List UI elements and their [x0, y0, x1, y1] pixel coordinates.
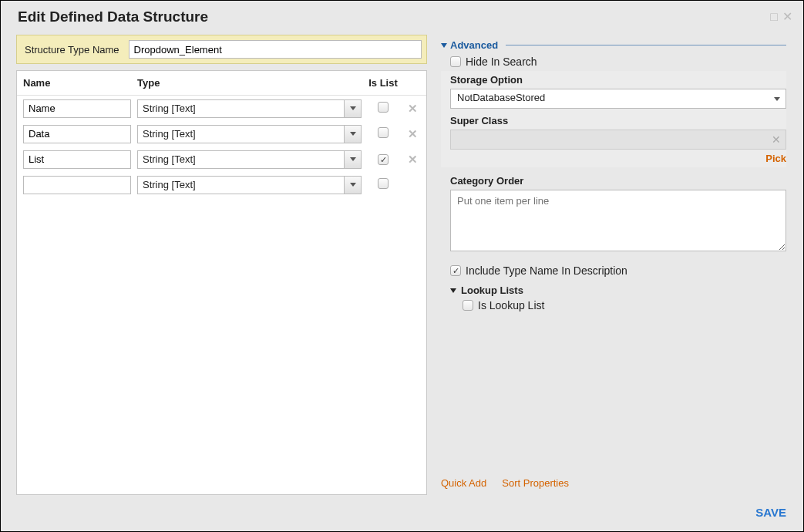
storage-option-select[interactable]: NotDatabaseStored — [450, 89, 786, 109]
grid-header-type: Type — [137, 77, 362, 89]
structure-type-name-row: Structure Type Name — [16, 35, 427, 64]
maximize-icon[interactable]: □ — [770, 11, 778, 23]
advanced-section-header[interactable]: Advanced — [441, 39, 786, 52]
left-panel: Structure Type Name Name Type Is List St… — [7, 35, 427, 495]
sort-properties-link[interactable]: Sort Properties — [502, 477, 569, 489]
structure-type-name-label: Structure Type Name — [25, 44, 119, 56]
structure-type-name-input[interactable] — [129, 40, 422, 59]
category-order-textarea[interactable] — [450, 190, 786, 251]
row-delete-icon[interactable]: ✕ — [408, 127, 418, 140]
row-type-value: String [Text] — [138, 126, 344, 143]
category-order-label: Category Order — [450, 175, 786, 187]
row-name-input[interactable] — [23, 125, 131, 143]
row-type-select[interactable]: String [Text] — [137, 99, 362, 118]
grid-row: String [Text] — [17, 172, 426, 197]
row-islist-checkbox[interactable] — [378, 102, 389, 113]
triangle-down-icon — [450, 288, 456, 293]
properties-grid: Name Type Is List String [Text] — [16, 70, 427, 495]
row-type-value: String [Text] — [138, 151, 344, 168]
grid-row: String [Text] ✕ — [17, 96, 426, 121]
lookup-lists-label: Lookup Lists — [461, 285, 523, 296]
chevron-down-icon — [344, 100, 361, 117]
row-delete-icon[interactable]: ✕ — [408, 153, 418, 166]
row-name-input[interactable] — [23, 150, 131, 169]
grid-header-name: Name — [23, 77, 131, 89]
hide-in-search-checkbox[interactable] — [450, 56, 461, 67]
close-icon[interactable]: ✕ — [782, 11, 792, 23]
storage-option-label: Storage Option — [450, 74, 786, 86]
super-class-input[interactable]: ✕ — [450, 130, 786, 150]
hide-in-search-label: Hide In Search — [466, 56, 537, 68]
grid-row: String [Text] ✕ — [17, 146, 426, 172]
advanced-section-label: Advanced — [450, 39, 498, 51]
row-type-value: String [Text] — [138, 100, 344, 117]
include-type-name-row: Include Type Name In Description — [450, 264, 786, 277]
row-type-select[interactable]: String [Text] — [137, 150, 362, 169]
is-lookup-list-checkbox[interactable] — [463, 300, 473, 311]
titlebar: Edit Defined Data Structure □ ✕ — [1, 1, 803, 30]
right-panel: Advanced Hide In Search Storage Option N… — [441, 35, 797, 495]
dialog-title: Edit Defined Data Structure — [18, 8, 208, 25]
storage-option-value: NotDatabaseStored — [451, 89, 769, 108]
chevron-down-icon — [344, 177, 361, 194]
row-islist-checkbox[interactable] — [378, 178, 389, 189]
grid-header-islist: Is List — [368, 77, 399, 89]
grid-row: String [Text] ✕ — [17, 121, 426, 146]
chevron-down-icon — [344, 151, 361, 168]
is-lookup-list-label: Is Lookup List — [478, 299, 544, 311]
include-type-name-checkbox[interactable] — [450, 265, 461, 276]
super-class-block: Super Class ✕ Pick — [441, 112, 786, 167]
hide-in-search-row: Hide In Search — [450, 56, 786, 68]
lookup-lists-section-header[interactable]: Lookup Lists — [450, 285, 786, 296]
row-islist-checkbox[interactable] — [378, 127, 389, 138]
super-class-label: Super Class — [450, 115, 786, 126]
row-delete-icon[interactable]: ✕ — [408, 102, 418, 115]
pick-link[interactable]: Pick — [450, 153, 786, 164]
dialog-edit-data-structure: Edit Defined Data Structure □ ✕ Structur… — [0, 0, 804, 532]
storage-option-block: Storage Option NotDatabaseStored — [441, 71, 786, 112]
content-area: Structure Type Name Name Type Is List St… — [1, 30, 803, 498]
footer: SAVE — [1, 498, 803, 531]
row-type-select[interactable]: String [Text] — [137, 176, 362, 194]
chevron-down-icon — [769, 89, 785, 108]
row-name-input[interactable] — [23, 176, 131, 194]
clear-icon[interactable]: ✕ — [772, 133, 781, 146]
chevron-down-icon — [344, 126, 361, 143]
include-type-name-label: Include Type Name In Description — [466, 264, 627, 277]
section-divider — [506, 45, 786, 45]
row-type-select[interactable]: String [Text] — [137, 125, 362, 143]
save-button[interactable]: SAVE — [755, 506, 786, 519]
grid-header: Name Type Is List — [17, 71, 426, 96]
bottom-links: Quick Add Sort Properties — [441, 477, 786, 495]
row-type-value: String [Text] — [138, 177, 344, 194]
triangle-down-icon — [441, 43, 447, 48]
row-islist-checkbox[interactable] — [378, 154, 389, 165]
window-buttons: □ ✕ — [770, 11, 792, 23]
row-name-input[interactable] — [23, 99, 131, 118]
quick-add-link[interactable]: Quick Add — [441, 477, 486, 489]
is-lookup-list-row: Is Lookup List — [450, 299, 786, 311]
